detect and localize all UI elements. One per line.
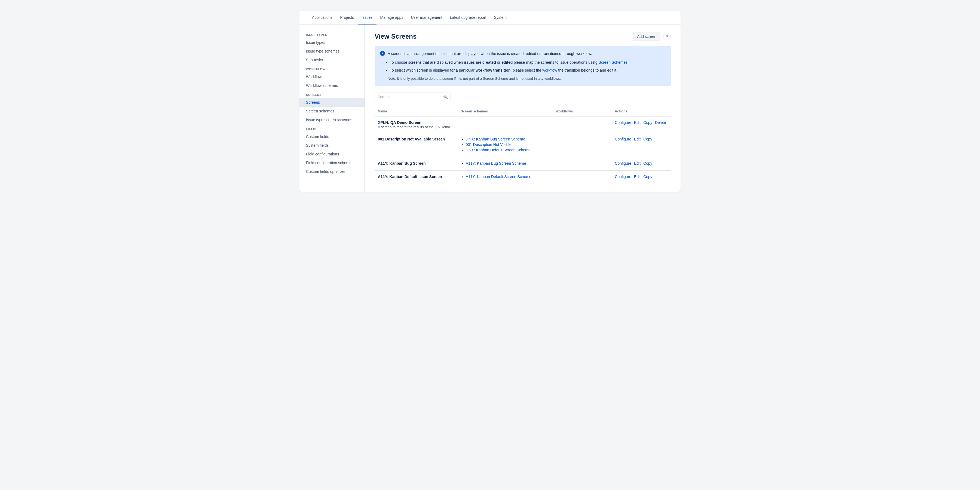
actions-4: Configure Edit Copy	[615, 175, 668, 179]
cell-actions-2: Configure Edit Copy	[611, 133, 671, 157]
sidebar-item-screen-schemes[interactable]: Screen schemes	[299, 107, 364, 115]
screen-name-2: 001 Description Not Available Screen	[378, 137, 454, 141]
screen-desc-1: A screen to record the results of the QA…	[378, 125, 450, 129]
scheme-item: JINX: Kanban Bug Screen Scheme	[466, 137, 549, 141]
configure-link-2[interactable]: Configure	[615, 137, 631, 141]
scheme-link[interactable]: JINX: Kanban Default Screen Scheme	[466, 148, 531, 152]
sidebar-item-workflow-schemes[interactable]: Workflow schemes	[299, 81, 364, 90]
configure-link-1[interactable]: Configure	[615, 120, 631, 125]
cell-workflows-1	[552, 116, 612, 133]
cell-name-1: XPLN: QA Demo Screen A screen to record …	[375, 116, 458, 133]
col-header-screen-schemes: Screen schemes	[458, 107, 552, 116]
sidebar: Issue TypesIssue typesIssue type schemes…	[299, 24, 365, 192]
search-icon: 🔍	[443, 95, 448, 99]
cell-workflows-2	[552, 133, 612, 157]
scheme-item: A11Y: Kanban Bug Screen Scheme	[466, 161, 549, 165]
edit-link-3[interactable]: Edit	[634, 161, 641, 165]
scheme-list-4: A11Y: Kanban Default Screen Scheme	[461, 175, 549, 179]
copy-link-3[interactable]: Copy	[643, 161, 652, 165]
cell-workflows-4	[552, 170, 612, 184]
cell-schemes-1	[458, 116, 552, 133]
info-box: i A screen is an arrangement of fields t…	[375, 46, 671, 86]
sidebar-section-label-issue-types: Issue Types	[299, 30, 364, 38]
table-header-row: Name Screen schemes Workflows Actions	[375, 107, 671, 116]
sidebar-item-system-fields[interactable]: System fields	[299, 141, 364, 150]
cell-actions-3: Configure Edit Copy	[611, 157, 671, 170]
cell-schemes-3: A11Y: Kanban Bug Screen Scheme	[458, 157, 552, 170]
cell-name-3: A11Y: Kanban Bug Screen	[375, 157, 458, 170]
sidebar-section-label-workflows: Workflows	[299, 64, 364, 72]
nav-item-user-management[interactable]: User management	[407, 11, 446, 24]
scheme-link[interactable]: A11Y: Kanban Bug Screen Scheme	[466, 161, 526, 165]
col-header-name: Name	[375, 107, 458, 116]
sidebar-item-issue-type-schemes[interactable]: Issue type schemes	[299, 47, 364, 56]
top-nav: ApplicationsProjectsIssuesManage appsUse…	[299, 11, 681, 24]
add-screen-button[interactable]: Add screen	[633, 32, 660, 41]
col-header-workflows: Workflows	[552, 107, 612, 116]
actions-1: Configure Edit Copy Delete	[615, 120, 668, 125]
info-bullets: To choose screens that are displayed whe…	[380, 59, 665, 73]
sidebar-item-issue-types[interactable]: Issue types	[299, 38, 364, 47]
workflow-link[interactable]: workflow	[542, 68, 557, 72]
sidebar-item-field-configurations[interactable]: Field configurations	[299, 150, 364, 158]
nav-item-projects[interactable]: Projects	[336, 11, 358, 24]
sidebar-section-label-screens: Screens	[299, 90, 364, 98]
actions-3: Configure Edit Copy	[615, 161, 668, 165]
scheme-link[interactable]: A11Y: Kanban Default Screen Scheme	[466, 175, 531, 179]
sidebar-section-label-fields: Fields	[299, 124, 364, 132]
nav-item-issues[interactable]: Issues	[358, 11, 376, 24]
cell-actions-4: Configure Edit Copy	[611, 170, 671, 184]
sidebar-item-issue-type-screen-schemes[interactable]: Issue type screen schemes	[299, 115, 364, 124]
nav-item-applications[interactable]: Applications	[308, 11, 336, 24]
table-head: Name Screen schemes Workflows Actions	[375, 107, 671, 116]
configure-link-4[interactable]: Configure	[615, 175, 631, 179]
scheme-item: 001 Description Not Visible	[466, 142, 549, 147]
cell-name-2: 001 Description Not Available Screen	[375, 133, 458, 157]
screens-table: Name Screen schemes Workflows Actions XP…	[375, 107, 671, 184]
search-bar[interactable]: 🔍	[375, 92, 451, 101]
table-body: XPLN: QA Demo Screen A screen to record …	[375, 116, 671, 184]
info-bullet-2: To select which screen is displayed for …	[390, 67, 665, 73]
scheme-list-2: JINX: Kanban Bug Screen Scheme 001 Descr…	[461, 137, 549, 152]
table-row: A11Y: Kanban Default Issue Screen A11Y: …	[375, 170, 671, 184]
delete-link-1[interactable]: Delete	[655, 120, 666, 125]
cell-schemes-2: JINX: Kanban Bug Screen Scheme 001 Descr…	[458, 133, 552, 157]
info-main-text: A screen is an arrangement of fields tha…	[388, 51, 592, 57]
header-actions: Add screen ?	[633, 32, 671, 41]
table-row: XPLN: QA Demo Screen A screen to record …	[375, 116, 671, 133]
sidebar-item-field-configuration-schemes[interactable]: Field configuration schemes	[299, 158, 364, 167]
nav-item-system[interactable]: System	[490, 11, 511, 24]
nav-item-manage-apps[interactable]: Manage apps	[377, 11, 407, 24]
sidebar-item-custom-fields-optimizer[interactable]: Custom fields optimizer	[299, 167, 364, 176]
sidebar-item-sub-tasks[interactable]: Sub-tasks	[299, 56, 364, 64]
search-input[interactable]	[377, 95, 443, 99]
info-box-header: i A screen is an arrangement of fields t…	[380, 51, 665, 57]
scheme-item: A11Y: Kanban Default Screen Scheme	[466, 175, 549, 179]
col-header-actions: Actions	[611, 107, 671, 116]
cell-workflows-3	[552, 157, 612, 170]
screen-schemes-link[interactable]: Screen Schemes	[599, 60, 628, 65]
content-header: View Screens Add screen ?	[375, 32, 671, 41]
nav-item-latest-upgrade-report[interactable]: Latest upgrade report	[446, 11, 490, 24]
help-icon[interactable]: ?	[663, 33, 671, 40]
edit-link-2[interactable]: Edit	[634, 137, 641, 141]
sidebar-item-screens[interactable]: Screens	[299, 98, 364, 107]
cell-name-4: A11Y: Kanban Default Issue Screen	[375, 170, 458, 184]
sidebar-item-workflows[interactable]: Workflows	[299, 72, 364, 81]
info-note: Note: it is only possible to delete a sc…	[380, 76, 665, 82]
page-wrapper: ApplicationsProjectsIssuesManage appsUse…	[299, 11, 681, 192]
configure-link-3[interactable]: Configure	[615, 161, 631, 165]
scheme-link[interactable]: JINX: Kanban Bug Screen Scheme	[466, 137, 525, 141]
sidebar-item-custom-fields[interactable]: Custom fields	[299, 132, 364, 141]
scheme-link[interactable]: 001 Description Not Visible	[466, 142, 512, 147]
copy-link-1[interactable]: Copy	[643, 120, 652, 125]
edit-link-1[interactable]: Edit	[634, 120, 641, 125]
copy-link-2[interactable]: Copy	[643, 137, 652, 141]
scheme-item: JINX: Kanban Default Screen Scheme	[466, 148, 549, 152]
actions-2: Configure Edit Copy	[615, 137, 668, 141]
edit-link-4[interactable]: Edit	[634, 175, 641, 179]
table-row: A11Y: Kanban Bug Screen A11Y: Kanban Bug…	[375, 157, 671, 170]
question-mark: ?	[666, 35, 668, 39]
screen-name-3: A11Y: Kanban Bug Screen	[378, 161, 454, 165]
copy-link-4[interactable]: Copy	[643, 175, 652, 179]
